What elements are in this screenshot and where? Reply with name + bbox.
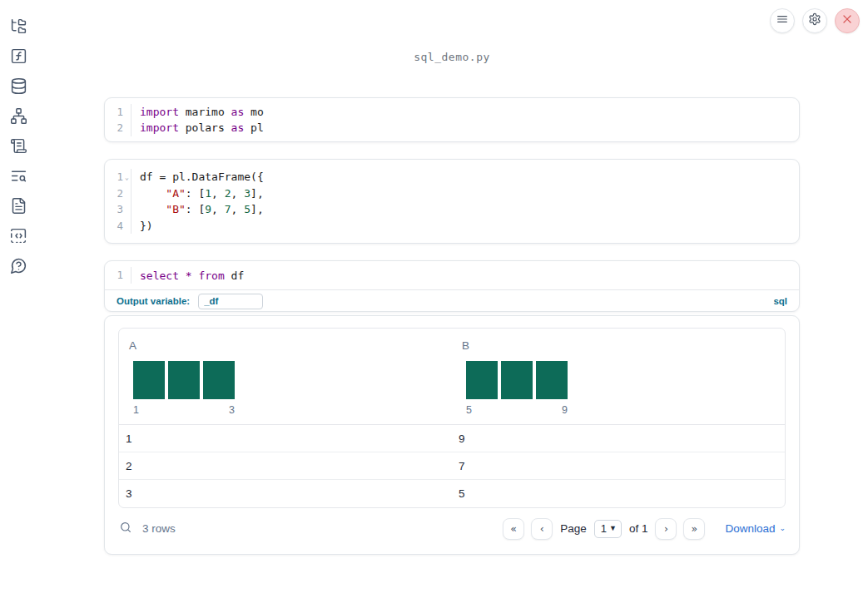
code-line[interactable]: 2import polars as pl	[105, 120, 799, 136]
table-header: A13B59	[119, 329, 785, 425]
code-line[interactable]: 2 "A": [1, 2, 3],	[105, 185, 799, 202]
sidebar-item-documentation[interactable]	[8, 197, 28, 217]
folder-tree-icon	[10, 17, 27, 38]
histogram-bar[interactable]	[168, 361, 200, 399]
table-row[interactable]: 19	[119, 425, 785, 452]
token-kw: as	[231, 106, 245, 118]
code-cell-imports[interactable]: 1import marimo as mo2import polars as pl	[104, 97, 800, 142]
sql-cell[interactable]: 1select * from df Output variable: sql	[104, 260, 800, 312]
sidebar-item-outline[interactable]	[8, 137, 28, 157]
column-header[interactable]: B59	[452, 329, 785, 424]
page-of-label: of 1	[629, 522, 648, 535]
token-kw: select	[140, 269, 179, 282]
histogram-bar[interactable]	[466, 361, 498, 399]
download-button[interactable]: Download ⌄	[725, 522, 786, 535]
sidebar-item-dependencies[interactable]	[8, 107, 28, 127]
sidebar-item-snippets[interactable]	[8, 227, 28, 247]
first-page-button[interactable]: «	[503, 518, 524, 540]
code-line[interactable]: 1import marimo as mo	[105, 104, 799, 121]
histogram-bar[interactable]	[501, 361, 533, 399]
sidebar-item-datasources[interactable]	[8, 77, 28, 97]
sidebar-item-help[interactable]	[8, 257, 28, 277]
token-pl: ,	[231, 203, 245, 215]
output-variable-label: Output variable:	[117, 296, 190, 306]
token-num: 2	[225, 187, 231, 200]
code-text[interactable]: "A": [1, 2, 3],	[131, 185, 799, 202]
table-cell[interactable]: 9	[452, 425, 785, 452]
code-editor[interactable]: 1import marimo as mo2import polars as pl	[105, 98, 799, 141]
search-button[interactable]	[118, 521, 133, 536]
code-text[interactable]: import marimo as mo	[131, 104, 799, 121]
table-cell[interactable]: 1	[119, 425, 452, 452]
token-pl: polars	[179, 121, 231, 134]
table-cell[interactable]: 2	[119, 452, 452, 479]
table-row[interactable]: 35	[119, 480, 785, 507]
function-square-icon	[10, 47, 27, 68]
data-table: A13B59 192735	[118, 328, 786, 508]
token-pl: ,	[211, 203, 225, 215]
table-cell[interactable]: 5	[452, 480, 785, 507]
token-pl	[192, 269, 199, 282]
token-pl: mo	[244, 106, 263, 118]
token-pl: : [	[186, 187, 205, 200]
search-icon	[119, 521, 132, 537]
token-pl: : [	[186, 203, 205, 215]
histogram-max-label: 3	[229, 404, 235, 416]
line-number: 3	[105, 201, 123, 218]
last-page-button[interactable]: »	[683, 518, 705, 540]
code-text[interactable]: "B": [9, 7, 5],	[131, 201, 799, 218]
code-editor[interactable]: 1⌄df = pl.DataFrame({2 "A": [1, 2, 3],3 …	[105, 160, 799, 243]
code-line[interactable]: 1select * from df	[105, 267, 799, 284]
sidebar-item-logs[interactable]	[8, 167, 28, 187]
pagination: « ‹ Page 1 ▼ of 1 › » Download ⌄	[503, 518, 786, 540]
page-select[interactable]: 1 ▼	[594, 520, 622, 538]
code-line[interactable]: 3 "B": [9, 7, 5],	[105, 201, 799, 218]
code-text[interactable]: df = pl.DataFrame({	[131, 169, 799, 185]
chevron-down-icon: ▼	[609, 525, 617, 532]
token-pl: ],	[250, 203, 264, 215]
database-icon	[10, 77, 27, 98]
histogram-range: 13	[133, 404, 235, 416]
token-pl: pl	[244, 121, 263, 134]
code-cell-dataframe[interactable]: 1⌄df = pl.DataFrame({2 "A": [1, 2, 3],3 …	[104, 159, 800, 244]
code-text[interactable]: import polars as pl	[131, 120, 799, 136]
histogram-bar[interactable]	[536, 361, 568, 399]
prev-page-button[interactable]: ‹	[531, 518, 553, 540]
notebook-filename: sql_demo.py	[104, 51, 800, 63]
code-text[interactable]: select * from df	[131, 267, 799, 284]
output-variable-input[interactable]	[198, 294, 263, 309]
histogram-min-label: 1	[133, 404, 139, 416]
list-search-icon	[10, 167, 27, 188]
column-header[interactable]: A13	[119, 329, 452, 424]
sidebar-item-variables[interactable]	[8, 47, 28, 67]
code-text[interactable]: })	[131, 218, 799, 235]
token-pl: df = pl.DataFrame({	[140, 170, 264, 183]
network-icon	[10, 107, 27, 128]
sql-cell-footer: Output variable: sql	[105, 289, 799, 312]
table-cell[interactable]: 3	[119, 480, 452, 507]
code-line[interactable]: 1⌄df = pl.DataFrame({	[105, 169, 799, 185]
histogram-bar[interactable]	[133, 361, 165, 399]
table-row[interactable]: 27	[119, 452, 785, 480]
histogram-bar[interactable]	[203, 361, 235, 399]
sidebar-item-file-explorer[interactable]	[8, 17, 28, 37]
token-num: 3	[244, 187, 250, 200]
row-count: 3 rows	[142, 522, 176, 535]
table-cell[interactable]: 7	[452, 452, 785, 479]
code-line[interactable]: 4})	[105, 218, 799, 235]
next-page-button[interactable]: ›	[655, 518, 677, 540]
column-histogram[interactable]	[133, 361, 442, 399]
token-str: "A"	[166, 187, 185, 200]
close-icon	[841, 12, 854, 29]
line-number: 2	[105, 120, 123, 136]
settings-button[interactable]	[802, 8, 827, 33]
code-editor[interactable]: 1select * from df	[105, 261, 799, 289]
close-button[interactable]	[835, 8, 860, 33]
file-text-icon	[10, 197, 27, 218]
sidebar	[0, 0, 37, 593]
line-number: 2	[105, 185, 123, 202]
column-histogram[interactable]	[466, 361, 775, 399]
line-number: 4	[105, 218, 123, 235]
fold-chevron-icon[interactable]: ⌄	[123, 169, 131, 185]
fold-spacer	[123, 185, 131, 202]
